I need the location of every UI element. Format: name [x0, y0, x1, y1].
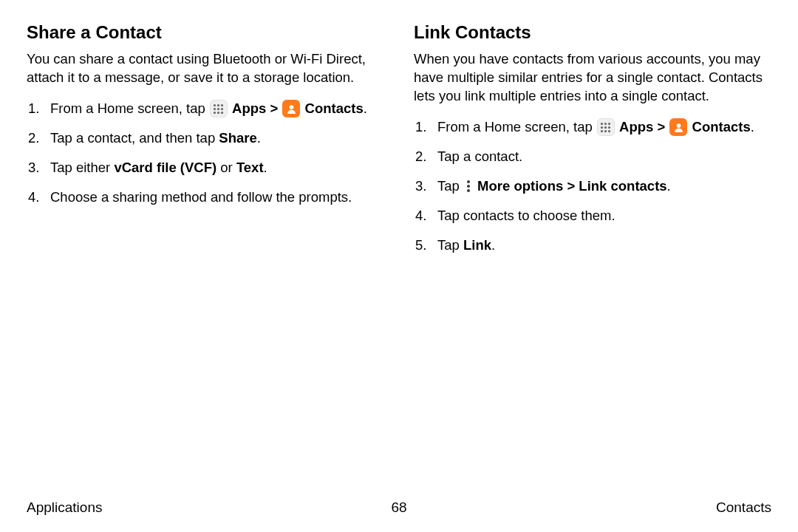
intro-share-contact: You can share a contact using Bluetooth …	[27, 50, 384, 87]
step-text: From a Home screen, tap	[50, 100, 209, 116]
svg-point-6	[214, 111, 216, 113]
share-label: Share	[219, 130, 256, 146]
left-column: Share a Contact You can share a contact …	[27, 22, 384, 265]
more-options-icon	[463, 180, 474, 192]
list-item: Tap contacts to choose them.	[414, 206, 771, 225]
step-text: .	[667, 178, 671, 194]
svg-point-9	[290, 105, 294, 109]
steps-share-contact: From a Home screen, tap Apps > Contacts.…	[27, 99, 384, 207]
contacts-icon	[669, 118, 687, 136]
steps-link-contacts: From a Home screen, tap Apps > Contacts.…	[414, 117, 771, 255]
heading-share-contact: Share a Contact	[27, 22, 384, 43]
link-label: Link	[463, 237, 491, 253]
contacts-icon	[282, 100, 300, 117]
step-text: .	[364, 100, 367, 116]
text-label: Text	[236, 160, 264, 175]
step-text: From a Home screen, tap	[437, 119, 596, 134]
chevron-right-icon: >	[657, 119, 669, 134]
list-item: From a Home screen, tap Apps > Contacts.	[27, 99, 384, 118]
footer-section: Applications	[27, 499, 102, 516]
intro-link-contacts: When you have contacts from various acco…	[414, 50, 771, 106]
step-text: .	[264, 160, 267, 175]
chevron-right-icon: >	[270, 100, 282, 116]
step-text: Tap contacts to choose them.	[437, 208, 615, 223]
step-text: Tap either	[50, 160, 114, 175]
svg-point-5	[221, 107, 223, 109]
heading-link-contacts: Link Contacts	[414, 22, 771, 43]
step-text: Choose a sharing method and follow the p…	[50, 189, 352, 205]
right-column: Link Contacts When you have contacts fro…	[414, 22, 771, 265]
svg-point-17	[604, 129, 607, 132]
svg-point-18	[608, 129, 610, 132]
svg-point-0	[214, 103, 216, 106]
svg-point-11	[604, 122, 607, 124]
step-text: .	[257, 130, 261, 146]
contacts-label: Contacts	[692, 119, 751, 134]
list-item: Tap a contact, and then tap Share.	[27, 129, 384, 148]
list-item: Tap either vCard file (VCF) or Text.	[27, 158, 384, 177]
list-item: Choose a sharing method and follow the p…	[27, 188, 384, 207]
link-contacts-label: Link contacts	[579, 178, 666, 194]
svg-point-13	[601, 126, 603, 128]
svg-point-19	[677, 123, 681, 128]
list-item: Tap Link.	[414, 236, 771, 255]
apps-icon	[597, 118, 615, 136]
step-text: Tap a contact.	[437, 149, 522, 164]
svg-point-10	[601, 122, 603, 124]
svg-point-7	[217, 111, 219, 113]
step-text: or	[216, 160, 236, 175]
apps-icon	[210, 100, 228, 117]
list-item: From a Home screen, tap Apps > Contacts.	[414, 117, 771, 137]
svg-point-15	[608, 126, 610, 128]
apps-label: Apps	[619, 119, 653, 134]
vcard-label: vCard file (VCF)	[114, 160, 216, 175]
svg-point-16	[601, 129, 603, 132]
step-text: Tap	[437, 178, 463, 194]
contacts-label: Contacts	[305, 100, 364, 116]
svg-point-12	[608, 122, 610, 124]
list-item: Tap a contact.	[414, 147, 771, 166]
svg-point-3	[214, 107, 216, 109]
footer-topic: Contacts	[716, 499, 771, 516]
svg-point-4	[217, 107, 219, 109]
page-footer: Applications 68 Contacts	[27, 499, 771, 516]
more-options-label: More options	[477, 178, 563, 194]
svg-point-14	[604, 126, 607, 128]
svg-point-8	[221, 111, 223, 113]
svg-point-1	[217, 103, 219, 106]
svg-point-2	[221, 103, 223, 106]
step-text: Tap	[437, 237, 463, 253]
page-body: Share a Contact You can share a contact …	[0, 0, 798, 265]
list-item: Tap More options > Link contacts.	[414, 177, 771, 196]
step-text: Tap a contact, and then tap	[50, 130, 219, 146]
step-text: .	[751, 119, 754, 134]
page-number: 68	[391, 499, 406, 516]
chevron-right-icon: >	[563, 178, 579, 194]
step-text: .	[491, 237, 495, 253]
apps-label: Apps	[232, 100, 266, 116]
